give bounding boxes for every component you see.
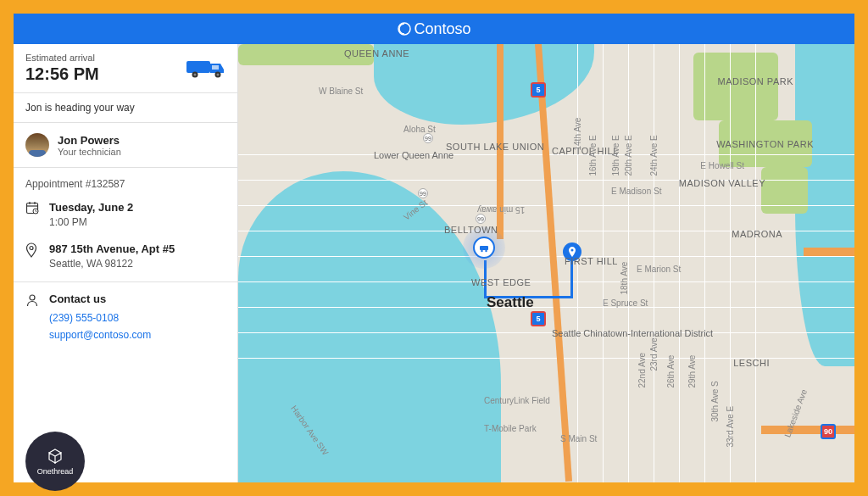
map-street-label: 23rd Ave — [649, 337, 659, 371]
map-poi-label: T-Mobile Park — [484, 424, 537, 433]
sidebar: Estimated arrival 12:56 PM Jon is he — [14, 44, 238, 482]
map-street-label: 30th Ave S — [710, 381, 720, 421]
technician-role: Your technician — [58, 147, 121, 157]
svg-point-4 — [194, 73, 197, 75]
map-street-label: 24th Ave E — [649, 135, 659, 176]
appointment-number: Appointment #132587 — [25, 178, 225, 190]
svg-point-12 — [30, 246, 33, 249]
address-line1: 987 15th Avenue, Apt #5 — [49, 242, 225, 257]
onethread-badge: Onethread — [25, 432, 85, 491]
map-street-label: 33rd Ave E — [726, 406, 735, 448]
brand-logo: Contoso — [397, 20, 470, 38]
map-poi-label: CenturyLink Field — [484, 396, 550, 405]
address-line2: Seattle, WA 98122 — [49, 257, 225, 271]
map-neighborhood-label: SOUTH LAKE UNION — [446, 142, 544, 152]
appointment-section: Appointment #132587 Tuesday, — [14, 168, 237, 282]
map-street-label: E Howell St — [700, 161, 744, 170]
map-highway — [804, 248, 854, 256]
svg-point-17 — [571, 249, 574, 252]
appointment-date: Tuesday, June 2 — [49, 200, 225, 215]
map-neighborhood-label: QUEEN ANNE — [344, 48, 409, 59]
contact-section: Contact us (239) 555-0108 support@contos… — [14, 282, 237, 356]
map-street-label: 22nd Ave — [637, 353, 647, 388]
technician-section: Jon Powers Your technician — [14, 123, 237, 168]
map-street-label: 18th Ave — [620, 262, 629, 295]
map-street-label: W Blaine St — [319, 86, 363, 96]
map-street-label: 20th Ave E — [624, 135, 633, 176]
map-neighborhood-label: LESCHI — [733, 358, 770, 368]
contoso-logo-icon — [397, 21, 412, 36]
svg-point-0 — [398, 23, 410, 35]
map-park — [693, 53, 778, 120]
calendar-icon — [25, 200, 41, 230]
map-street-label: 15 min away — [477, 205, 525, 215]
location-pin-icon — [25, 242, 41, 271]
map-neighborhood-label: MADRONA — [732, 229, 782, 239]
map-view[interactable]: 5 5 90 99 99 99 — [238, 44, 854, 482]
highway-shield-icon: 90 — [821, 424, 836, 439]
map-neighborhood-label: Lower Queen Anne — [374, 150, 453, 160]
map-neighborhood-label: MADISON VALLEY — [679, 178, 765, 188]
status-text: Jon is heading your way — [14, 93, 237, 123]
map-neighborhood-label: Seattle Chinatown-International District — [552, 328, 645, 338]
map-street-label: E Madison St — [611, 187, 661, 196]
svg-point-6 — [217, 73, 220, 75]
eta-time: 12:56 PM — [25, 64, 186, 84]
appointment-time: 1:00 PM — [49, 215, 225, 230]
contact-phone[interactable]: (239) 555-0108 — [49, 312, 225, 324]
map-street-label: E Marion St — [637, 265, 681, 274]
app-header: Contoso — [14, 14, 854, 44]
svg-point-13 — [30, 295, 35, 300]
cube-icon — [46, 447, 64, 465]
van-icon — [186, 59, 225, 79]
map-neighborhood-label: WASHINGTON PARK — [716, 139, 814, 149]
map-street-label: E Spruce St — [603, 298, 648, 308]
technician-name: Jon Powers — [58, 134, 121, 147]
svg-rect-14 — [480, 246, 488, 250]
map-neighborhood-label: CAPITOL HILL — [552, 146, 619, 156]
route-marker-icon: 99 — [476, 214, 486, 224]
map-street-label: 16th Ave E — [588, 135, 598, 176]
map-city-label: Seattle — [487, 294, 534, 311]
map-highway — [761, 426, 854, 434]
map-street-label: 19th Ave E — [611, 135, 620, 176]
eta-label: Estimated arrival — [25, 53, 186, 63]
map-neighborhood-label: MADISON PARK — [717, 76, 793, 86]
map-street-label: S Main St — [560, 434, 597, 443]
map-street-label: Aloha St — [403, 125, 436, 134]
svg-point-16 — [485, 250, 487, 252]
map-neighborhood-label: WEST EDGE — [471, 277, 531, 287]
svg-point-15 — [481, 250, 482, 252]
avatar — [25, 133, 49, 157]
route-marker-icon: 99 — [423, 133, 433, 143]
map-street-label: 29th Ave — [687, 355, 697, 388]
person-icon — [25, 293, 41, 346]
eta-section: Estimated arrival 12:56 PM — [14, 44, 237, 93]
map-street-label: 26th Ave — [666, 355, 676, 388]
map-neighborhood-label: FIRST HILL — [565, 256, 618, 266]
svg-rect-1 — [186, 61, 210, 73]
highway-shield-icon: 5 — [531, 82, 546, 98]
brand-name: Contoso — [414, 20, 470, 38]
highway-shield-icon: 5 — [531, 311, 546, 326]
map-street-label: 14th Ave — [573, 118, 582, 151]
map-water — [238, 171, 501, 482]
badge-text: Onethread — [37, 467, 74, 476]
contact-email[interactable]: support@contoso.com — [49, 329, 225, 341]
map-neighborhood-label: BELLTOWN — [444, 225, 498, 235]
svg-rect-2 — [212, 65, 219, 70]
map-park — [761, 167, 808, 214]
contact-title: Contact us — [49, 293, 225, 305]
